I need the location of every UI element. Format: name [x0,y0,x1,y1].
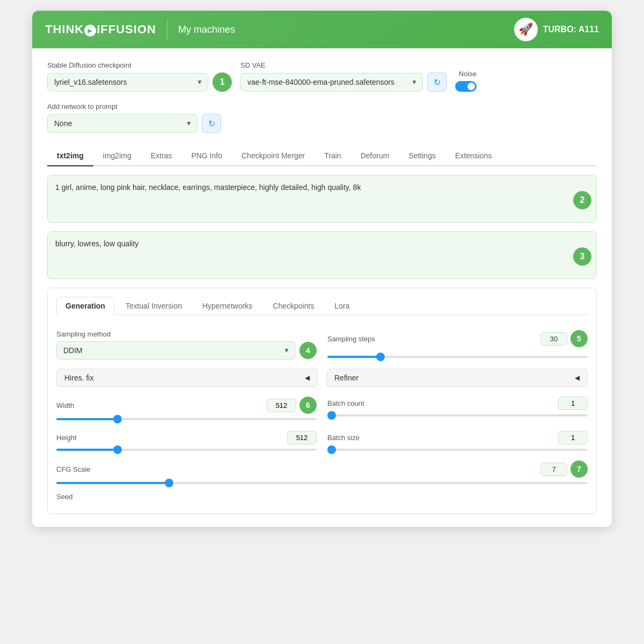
negative-prompt-area: 3 [47,231,597,281]
page-title: My machines [178,24,235,35]
refiner-arrow-icon: ◀ [575,374,580,382]
main-tabs-bar: txt2img img2img Extras PNG Info Checkpoi… [47,146,597,166]
batch-count-value: 1 [558,397,588,410]
vae-select[interactable]: vae-ft-mse-840000-ema-pruned.safetensors [240,73,423,91]
checkpoint-row: Stable Diffusion checkpoint lyriel_v16.s… [47,61,597,92]
network-select[interactable]: None [47,114,197,133]
height-label: Height [56,434,77,442]
batch-count-header: Batch count 1 [327,397,588,410]
sub-tab-hypernetworks[interactable]: Hypernetworks [193,297,261,314]
height-group: Height 512 [56,431,317,451]
network-group: Add network to prompt None ▼ ↻ [47,103,221,133]
refiner-toggle[interactable]: Refiner ◀ [326,369,588,387]
noise-section: Noise [455,70,477,92]
batch-size-slider[interactable] [327,449,588,451]
batch-size-label: Batch size [327,434,360,442]
header-left: THINK►IFFUSION My machines [45,20,235,39]
noise-toggle[interactable] [455,81,477,92]
hires-fix-label: Hires. fix [64,374,299,382]
checkpoint-group: Stable Diffusion checkpoint lyriel_v16.s… [47,61,232,92]
hires-fix-arrow-icon: ◀ [305,374,310,382]
turbo-label: TURBO: A111 [543,25,599,34]
positive-prompt-input[interactable] [47,175,597,223]
generation-controls: Sampling method DDIM ▼ 4 [56,326,588,505]
sampling-steps-slider[interactable] [327,356,588,358]
network-refresh-button[interactable]: ↻ [202,114,221,133]
sampling-method-label: Sampling method [56,330,317,338]
width-slider[interactable] [56,418,317,420]
height-header: Height 512 [56,431,317,444]
noise-label: Noise [459,70,477,78]
header-divider [167,20,167,39]
tab-deforum[interactable]: Deforum [351,146,399,166]
tab-extras[interactable]: Extras [141,146,182,166]
hires-refiner-row: Hires. fix ◀ Refiner ◀ [56,369,588,387]
sampling-method-group: Sampling method DDIM ▼ 4 [56,330,317,360]
hires-fix-toggle[interactable]: Hires. fix ◀ [56,369,318,387]
step-badge-6: 6 [299,397,317,414]
tab-train[interactable]: Train [314,146,350,166]
tab-txt2img[interactable]: txt2img [47,146,93,166]
vae-label: SD VAE [240,61,447,69]
cfg-scale-slider[interactable] [56,482,588,484]
batch-size-group: Batch size 1 [327,431,588,451]
tab-extensions[interactable]: Extensions [445,146,501,166]
sampling-steps-label: Sampling steps [327,335,375,343]
sub-tab-textual-inversion[interactable]: Textual Inversion [116,297,191,314]
negative-prompt-badge: 3 [573,247,591,266]
header-right: 🚀 TURBO: A111 [514,18,599,41]
vae-group: SD VAE vae-ft-mse-840000-ema-pruned.safe… [240,61,447,92]
cfg-scale-value: 7 [540,463,567,476]
step-badge-5: 5 [570,330,588,347]
network-row: Add network to prompt None ▼ ↻ [47,103,597,133]
vae-select-wrapper: vae-ft-mse-840000-ema-pruned.safetensors… [240,73,423,91]
seed-label: Seed [56,493,588,501]
checkpoint-label: Stable Diffusion checkpoint [47,61,232,69]
positive-prompt-area: 2 [47,175,597,225]
logo-arrow: ► [84,25,96,36]
vae-refresh-button[interactable]: ↻ [427,72,447,92]
sampling-steps-value: 30 [540,332,567,346]
app-container: THINK►IFFUSION My machines 🚀 TURBO: A111… [32,11,612,527]
width-label: Width [56,401,74,409]
step-badge-4: 4 [299,342,317,359]
batch-size-value: 1 [558,431,588,444]
logo: THINK►IFFUSION [45,23,156,36]
width-header: Width 512 6 [56,397,317,414]
seed-group: Seed [56,493,588,501]
batch-count-slider[interactable] [327,414,588,416]
negative-prompt-input[interactable] [47,231,597,279]
sampling-method-select-wrapper: DDIM ▼ [56,341,295,360]
sub-tab-lora[interactable]: Lora [325,297,358,314]
dimensions-row: Width 512 6 Batch count 1 [56,397,588,451]
turbo-icon: 🚀 [514,18,538,41]
main-content: Stable Diffusion checkpoint lyriel_v16.s… [32,48,612,527]
height-value: 512 [287,431,317,444]
checkpoint-select[interactable]: lyriel_v16.safetensors [47,73,208,91]
tab-settings[interactable]: Settings [399,146,445,166]
width-value: 512 [267,399,296,412]
step-badge-7: 7 [570,460,588,478]
checkpoint-select-wrapper: lyriel_v16.safetensors ▼ [47,73,208,91]
step-badge-1: 1 [213,72,232,92]
sampling-steps-group: Sampling steps 30 5 [327,330,588,360]
tab-pnginfo[interactable]: PNG Info [181,146,232,166]
sub-tabs-bar: Generation Textual Inversion Hypernetwor… [56,297,588,315]
batch-count-group: Batch count 1 [327,397,588,420]
cfg-scale-label: CFG Scale [56,465,91,473]
width-group: Width 512 6 [56,397,317,420]
tab-img2img[interactable]: img2img [93,146,141,166]
positive-prompt-badge: 2 [573,191,591,209]
sub-tab-checkpoints[interactable]: Checkpoints [264,297,323,314]
refiner-label: Refiner [334,374,569,382]
sub-tab-generation[interactable]: Generation [56,297,114,315]
batch-size-header: Batch size 1 [327,431,588,444]
sampling-method-select[interactable]: DDIM [56,341,295,360]
height-slider[interactable] [56,449,317,451]
tab-checkpoint-merger[interactable]: Checkpoint Merger [232,146,314,166]
network-select-wrapper: None ▼ [47,114,197,133]
cfg-scale-group: CFG Scale 7 7 [56,460,588,484]
turbo-badge: 🚀 TURBO: A111 [514,18,599,41]
batch-count-label: Batch count [327,399,364,407]
cfg-scale-header: CFG Scale 7 7 [56,460,588,478]
